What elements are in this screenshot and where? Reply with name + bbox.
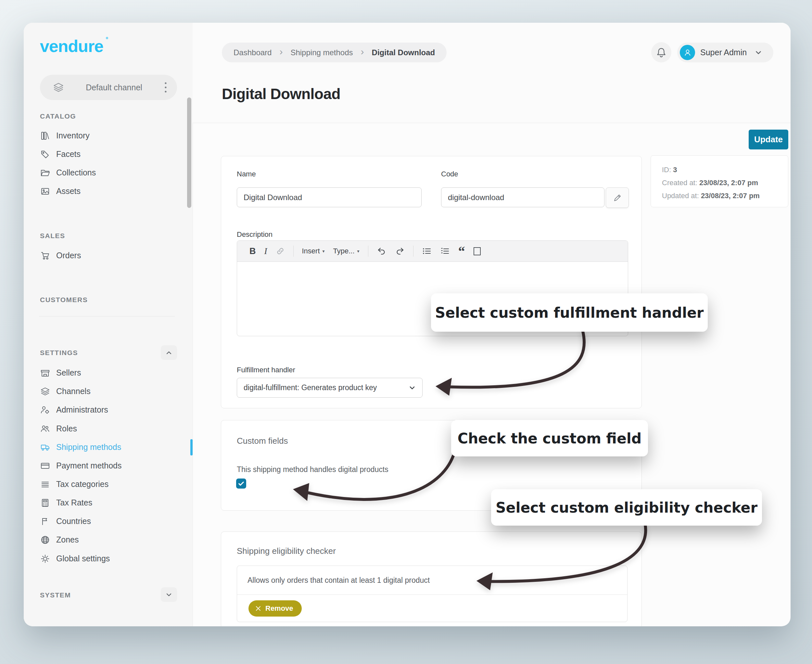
- channel-switcher[interactable]: Default channel: [40, 75, 177, 100]
- sidebar-item-label: Tax categories: [56, 480, 109, 489]
- toolbar-divider: [368, 246, 368, 257]
- sidebar-item-tax-rates[interactable]: Tax Rates: [24, 493, 193, 512]
- link-button[interactable]: [276, 247, 285, 256]
- avatar: [680, 45, 695, 60]
- updated-label: Updated at:: [662, 192, 699, 200]
- notifications-button[interactable]: [651, 42, 671, 62]
- fulfillment-handler-label: Fulfillment handler: [237, 366, 295, 374]
- cart-icon: [40, 251, 50, 261]
- callout-eligibility-checker: Select custom eligibility checker: [491, 489, 762, 526]
- edit-code-button[interactable]: [606, 187, 629, 208]
- digital-products-checkbox[interactable]: [236, 478, 246, 488]
- sidebar-item-label: Collections: [56, 168, 96, 177]
- flag-icon: [40, 516, 50, 527]
- sidebar-item-label: Zones: [56, 535, 79, 544]
- sidebar-item-assets[interactable]: Assets: [24, 182, 193, 200]
- eligibility-checker-box: Allows only orders that contain at least…: [237, 566, 628, 622]
- sidebar-item-facets[interactable]: Facets: [24, 145, 193, 163]
- created-value: 23/08/23, 2:07 pm: [699, 179, 758, 187]
- sidebar-item-orders[interactable]: Orders: [24, 246, 193, 265]
- truck-icon: [40, 442, 50, 452]
- code-block-button[interactable]: [474, 247, 481, 256]
- user-gear-icon: [40, 405, 50, 415]
- chevron-down-icon: [754, 48, 763, 57]
- gear-icon: [40, 553, 50, 564]
- calculator-icon: [40, 498, 50, 508]
- sidebar-item-label: Assets: [56, 187, 81, 196]
- blockquote-button[interactable]: “: [458, 247, 465, 256]
- sidebar-item-global-settings[interactable]: Global settings: [24, 549, 193, 568]
- meta-created-row: Created at: 23/08/23, 2:07 pm: [662, 176, 788, 189]
- sidebar-item-channels[interactable]: Channels: [24, 382, 193, 400]
- sidebar-scrollbar[interactable]: [187, 98, 191, 208]
- sidebar-item-collections[interactable]: Collections: [24, 163, 193, 182]
- undo-button[interactable]: [377, 246, 387, 256]
- created-label: Created at:: [662, 179, 697, 187]
- sidebar-divider: [39, 316, 175, 316]
- type-dropdown[interactable]: Type...▾: [333, 247, 360, 256]
- eligibility-checker-title: Shipping eligibility checker: [237, 546, 336, 556]
- callout-custom-field: Check the custom field: [451, 420, 648, 456]
- credit-card-icon: [40, 461, 50, 471]
- tag-icon: [40, 149, 50, 159]
- list-icon: [40, 479, 50, 490]
- fulfillment-handler-value: digital-fulfillment: Generates product k…: [244, 383, 408, 392]
- sidebar-item-shipping-methods[interactable]: Shipping methods: [24, 438, 193, 456]
- sidebar-item-payment-methods[interactable]: Payment methods: [24, 456, 193, 475]
- code-input[interactable]: [441, 187, 604, 207]
- sidebar-item-label: Global settings: [56, 554, 110, 563]
- channel-label: Default channel: [64, 83, 164, 92]
- kebab-menu-icon[interactable]: [164, 81, 167, 94]
- section-header-settings: SETTINGS: [40, 349, 78, 357]
- book-icon: [40, 130, 50, 141]
- sidebar-item-zones[interactable]: Zones: [24, 531, 193, 549]
- chevron-right-icon: ›: [361, 46, 364, 57]
- meta-updated-row: Updated at: 23/08/23, 2:07 pm: [662, 189, 788, 202]
- trademark-dot: °: [106, 36, 108, 43]
- editor-toolbar: B I Insert▾ Type...▾ “: [237, 241, 628, 262]
- toolbar-divider: [293, 246, 294, 257]
- fulfillment-handler-select[interactable]: digital-fulfillment: Generates product k…: [237, 378, 423, 398]
- sidebar-item-label: Orders: [56, 251, 81, 260]
- chevron-down-icon: [408, 384, 417, 392]
- user-menu[interactable]: Super Admin: [677, 42, 773, 62]
- chevron-right-icon: ›: [279, 46, 283, 57]
- toolbar-divider: [413, 246, 413, 257]
- users-icon: [40, 424, 50, 434]
- custom-fields-title: Custom fields: [237, 436, 288, 446]
- layers-icon: [40, 386, 50, 397]
- redo-button[interactable]: [395, 246, 405, 256]
- callout-fulfillment-handler: Select custom fulfillment handler: [431, 293, 708, 332]
- breadcrumb-shipping-methods[interactable]: Shipping methods: [290, 48, 353, 57]
- update-button[interactable]: Update: [749, 130, 788, 150]
- remove-button[interactable]: Remove: [249, 601, 302, 617]
- sidebar-item-administrators[interactable]: Administrators: [24, 400, 193, 419]
- description-label: Description: [237, 230, 272, 239]
- settings-collapse-button[interactable]: [161, 345, 177, 360]
- system-collapse-button[interactable]: [161, 588, 177, 602]
- italic-button[interactable]: I: [264, 246, 267, 256]
- entity-meta-panel: ID: 3 Created at: 23/08/23, 2:07 pm Upda…: [651, 155, 788, 207]
- sidebar-item-label: Facets: [56, 150, 81, 159]
- breadcrumb-dashboard[interactable]: Dashboard: [234, 48, 272, 57]
- insert-dropdown[interactable]: Insert▾: [302, 247, 325, 256]
- sidebar-item-tax-categories[interactable]: Tax categories: [24, 475, 193, 493]
- globe-icon: [40, 535, 50, 545]
- bold-button[interactable]: B: [249, 246, 256, 256]
- layers-icon: [53, 82, 64, 93]
- sidebar-item-inventory[interactable]: Inventory: [24, 126, 193, 145]
- caret-down-icon: ▾: [357, 249, 360, 254]
- section-header-catalog: CATALOG: [40, 112, 76, 120]
- sidebar-item-sellers[interactable]: Sellers: [24, 363, 193, 382]
- check-icon: [238, 480, 245, 487]
- breadcrumb: Dashboard › Shipping methods › Digital D…: [222, 42, 447, 62]
- ordered-list-button[interactable]: [440, 246, 450, 256]
- name-input[interactable]: [237, 187, 421, 207]
- content-header: [193, 23, 791, 123]
- bullet-list-button[interactable]: [422, 246, 432, 256]
- section-header-system: SYSTEM: [40, 591, 71, 599]
- sidebar-item-roles[interactable]: Roles: [24, 419, 193, 438]
- vendure-logo: vendure°: [40, 36, 103, 56]
- image-icon: [40, 186, 50, 197]
- sidebar-item-countries[interactable]: Countries: [24, 512, 193, 531]
